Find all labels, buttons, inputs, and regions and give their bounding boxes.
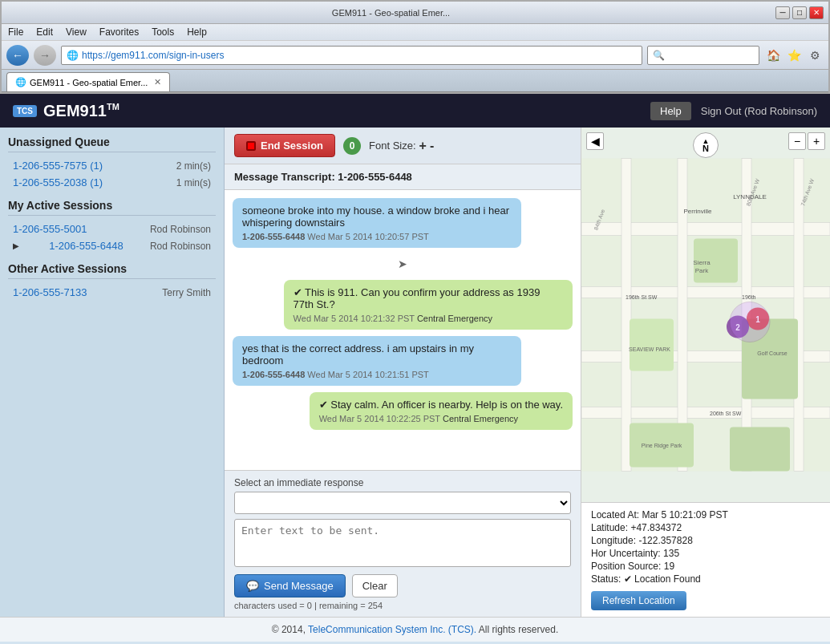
my-session-user-2: Rod Robinson [150,241,211,252]
svg-text:Perrinville: Perrinville [683,208,712,215]
position-source-label: Position Source: [591,561,661,572]
list-item: ▶ 1-206-555-6448 Rod Robinson [8,237,216,254]
back-button[interactable]: ← [6,45,29,66]
toolbar-icons: 🏠 ⭐ ⚙ [764,47,824,64]
favorites-icon[interactable]: ⭐ [785,47,803,64]
search-bar[interactable]: 🔍 [647,46,759,65]
window-controls: ─ □ ✕ [775,6,824,19]
message-timestamp: Wed Mar 5 2014 10:22:25 PST [319,414,440,423]
sidebar: Unassigned Queue 1-206-555-7575 (1) 2 mi… [0,128,225,617]
svg-rect-2 [581,287,830,298]
close-button[interactable]: ✕ [809,6,824,19]
menu-file[interactable]: File [6,26,25,38]
browser-menubar: File Edit View Favorites Tools Help [2,24,828,41]
latitude-label: Latitude: [591,522,628,533]
app-header-right: Help Sign Out (Rod Robinson) [650,102,817,120]
message-agent-name: Central Emergency [443,414,518,423]
minimize-button[interactable]: ─ [775,6,790,19]
map-info: Located At: Mar 5 10:21:09 PST Latitude:… [581,502,830,617]
message-meta: 1-206-555-6448 Wed Mar 5 2014 10:20:57 P… [242,232,512,241]
forward-button[interactable]: → [34,45,56,66]
address-bar[interactable]: 🌐 https://gem911.com/sign-in-users [61,46,642,65]
message-text: someone broke into my house. a window br… [242,205,512,229]
menu-favorites[interactable]: Favorites [98,26,140,38]
svg-rect-0 [581,159,830,472]
svg-rect-10 [630,319,674,371]
app-main: Unassigned Queue 1-206-555-7575 (1) 2 mi… [0,128,830,617]
active-tab[interactable]: 🌐 GEM911 - Geo-spatial Emer... ✕ [6,72,170,91]
help-button[interactable]: Help [650,102,691,120]
message-meta: Wed Mar 5 2014 10:21:32 PST Central Emer… [294,314,563,323]
chat-actions: 💬 Send Message Clear [234,574,571,597]
char-counter: characters used = 0 | remaining = 254 [234,601,571,610]
font-increase-button[interactable]: + [419,139,427,153]
my-session-phone-2[interactable]: 1-206-555-6448 [49,240,123,252]
message-text: yes that is the correct address. i am up… [242,342,512,367]
message-meta: Wed Mar 5 2014 10:22:25 PST Central Emer… [319,414,563,423]
play-icon: ▶ [13,241,19,250]
browser-titlebar: GEM911 - Geo-spatial Emer... ─ □ ✕ [2,2,828,24]
menu-help[interactable]: Help [185,26,209,38]
font-size-label: Font Size: [369,140,416,152]
response-select[interactable] [234,492,571,514]
other-sessions-title: Other Active Sessions [8,262,216,279]
located-at-value: Mar 5 10:21:09 PST [642,509,727,520]
svg-text:SEAVIEW PARK: SEAVIEW PARK [629,346,670,352]
map-pan-left[interactable]: ◀ [586,132,604,150]
clear-button[interactable]: Clear [352,574,398,597]
unassigned-phone-1[interactable]: 1-206-555-7575 (1) [13,160,103,172]
list-item: 1-206-555-7575 (1) 2 min(s) [8,157,216,174]
position-source-row: Position Source: 19 [591,561,820,572]
footer-company-link[interactable]: TeleCommunication System Inc. (TCS). [308,624,476,635]
hor-uncertainty-label: Hor Uncertainty: [591,548,661,559]
my-session-phone-1[interactable]: 1-206-555-5001 [13,223,87,235]
message-bubble-agent-2: ✔ Stay calm. An officer is nearby. Help … [310,392,573,430]
map-svg: Sierra Park SEAVIEW PARK Golf Course Pin… [581,128,830,502]
tab-bar: 🌐 GEM911 - Geo-spatial Emer... ✕ [2,70,828,92]
unassigned-phone-2[interactable]: 1-206-555-2038 (1) [13,176,103,188]
message-input[interactable] [234,519,571,567]
menu-edit[interactable]: Edit [34,26,55,38]
menu-tools[interactable]: Tools [150,26,176,38]
home-icon[interactable]: 🏠 [764,47,782,64]
unassigned-queue-title: Unassigned Queue [8,136,216,152]
tab-close-icon[interactable]: ✕ [154,77,161,87]
message-timestamp: Wed Mar 5 2014 10:21:51 PST [307,370,428,379]
end-session-button[interactable]: End Session [234,134,335,157]
message-bubble-user-1: someone broke into my house. a window br… [233,198,521,248]
map-panel: ◀ ▲ N − + [581,128,830,617]
hor-uncertainty-row: Hor Uncertainty: 135 [591,548,820,559]
settings-icon[interactable]: ⚙ [806,47,824,64]
other-sessions-section: Other Active Sessions 1-206-555-7133 Ter… [8,262,216,301]
tab-icon: 🌐 [15,77,26,87]
other-session-user-1: Terry Smith [162,287,211,298]
message-timestamp: Wed Mar 5 2014 10:20:57 PST [307,232,428,241]
map-zoom-in[interactable]: + [808,132,825,150]
my-session-user-1: Rod Robinson [150,224,211,235]
map-zoom-out[interactable]: − [788,132,806,150]
longitude-value: -122.357828 [638,535,692,546]
send-label: Send Message [264,580,334,592]
map-zoom-controls: − + [788,132,825,150]
font-decrease-button[interactable]: - [430,139,434,153]
footer-rights: All rights reserved. [479,624,558,635]
menu-view[interactable]: View [64,26,88,38]
other-session-phone-1[interactable]: 1-206-555-7133 [13,286,87,298]
list-item: 1-206-555-5001 Rod Robinson [8,221,216,237]
map-compass: ▲ N [693,132,719,158]
transcript-header: Message Transcript: 1-206-555-6448 [225,164,581,190]
search-icon: 🔍 [653,50,665,61]
app-container: TCS GEM911TM Help Sign Out (Rod Robinson… [0,94,830,642]
app-footer: © 2014, TeleCommunication System Inc. (T… [0,617,830,642]
send-message-button[interactable]: 💬 Send Message [234,574,346,597]
chat-toolbar: End Session 0 Font Size: + - [225,128,581,164]
status-row: Status: ✔ Location Found [591,573,820,585]
signout-button[interactable]: Sign Out (Rod Robinson) [701,105,817,117]
status-value: ✔ Location Found [624,573,701,585]
end-session-label: End Session [261,140,323,152]
refresh-location-button[interactable]: Refresh Location [591,591,686,610]
status-label: Status: [591,573,621,585]
svg-text:196th St SW: 196th St SW [626,294,658,300]
maximize-button[interactable]: □ [792,6,807,19]
chat-response-area: Select an immediate response 💬 Send Mess… [225,470,581,617]
